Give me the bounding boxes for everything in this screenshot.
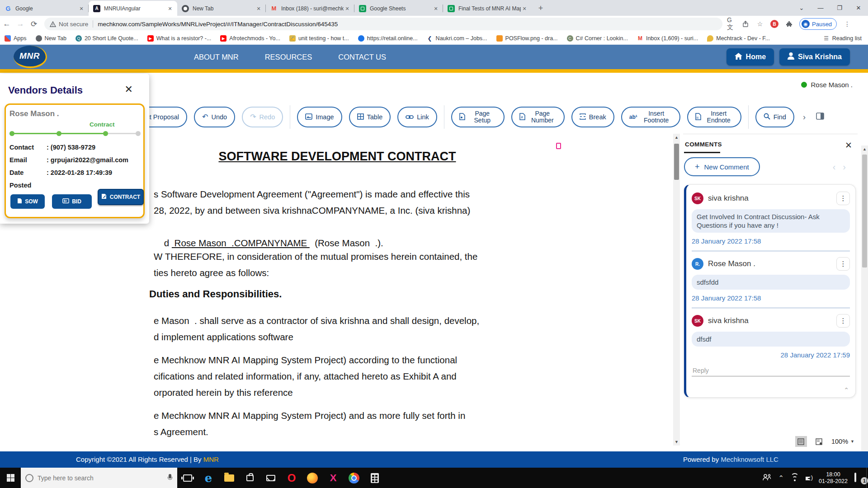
tab-gmail-inbox[interactable]: M Inbox (188) - suri@mechknowsof ✕ xyxy=(266,1,354,16)
chrome-app-button[interactable] xyxy=(344,468,364,488)
bookmark-naukri[interactable]: ❮Naukri.com – Jobs... xyxy=(427,35,487,42)
file-explorer-button[interactable] xyxy=(219,468,240,488)
nav-contact-us[interactable]: CONTACT US xyxy=(338,53,386,61)
vendors-panel-close-icon[interactable]: ✕ xyxy=(125,84,133,95)
scrollbar-thumb[interactable] xyxy=(862,155,867,267)
user-button[interactable]: Siva Krishna xyxy=(779,48,850,66)
tab-close-icon[interactable]: ✕ xyxy=(255,5,262,12)
share-icon[interactable] xyxy=(741,20,750,28)
bookmark-inbox[interactable]: MInbox (1,609) - suri... xyxy=(637,35,698,42)
bookmark-life-quote[interactable]: Q20 Short Life Quote... xyxy=(75,35,138,42)
side-panel-toggle-icon[interactable] xyxy=(814,113,826,122)
window-scrollbar[interactable]: ▲ xyxy=(861,145,868,488)
start-button[interactable] xyxy=(0,468,21,488)
store-app-button[interactable] xyxy=(240,468,260,488)
microphone-icon[interactable] xyxy=(167,474,173,482)
task-view-button[interactable] xyxy=(177,468,198,488)
speaker-icon[interactable] xyxy=(806,475,812,481)
tab-close-icon[interactable]: ✕ xyxy=(166,5,174,12)
bookmark-resistor-video[interactable]: ▶What is a resistor? -... xyxy=(147,35,212,42)
bookmark-new-tab[interactable]: New Tab xyxy=(36,35,66,42)
footer-brand-link[interactable]: MNR xyxy=(203,455,219,463)
print-layout-icon[interactable] xyxy=(795,436,807,447)
nav-about-mnr[interactable]: ABOUT MNR xyxy=(194,53,239,61)
taskbar-search[interactable] xyxy=(21,468,177,488)
sow-button[interactable]: SOW xyxy=(10,194,45,209)
redo-button[interactable]: ↷ Redo xyxy=(242,107,283,127)
insert-endnote-button[interactable]: iii Insert Endnote xyxy=(687,107,741,127)
bid-button[interactable]: $= BID xyxy=(52,194,92,209)
comment-menu-icon[interactable]: ⋮ xyxy=(836,257,850,271)
insert-break-button[interactable]: Break xyxy=(571,107,614,127)
tab-close-icon[interactable]: ✕ xyxy=(432,5,439,12)
nav-resources[interactable]: RESOURCES xyxy=(265,53,312,61)
web-layout-icon[interactable] xyxy=(813,436,825,447)
comment-menu-icon[interactable]: ⋮ xyxy=(836,192,850,205)
tab-close-icon[interactable]: ✕ xyxy=(344,5,351,12)
scroll-up-icon[interactable]: ▲ xyxy=(861,147,868,151)
bookmark-mechtrack[interactable]: Mechtrack - Dev - F... xyxy=(707,35,770,42)
comments-pager[interactable]: ‹› xyxy=(833,162,853,172)
scroll-up-icon[interactable]: ▲ xyxy=(673,135,680,140)
home-button[interactable]: Home xyxy=(726,48,774,66)
browser-menu-icon[interactable]: ⋮ xyxy=(843,20,851,28)
calculator-app-button[interactable] xyxy=(364,468,385,488)
taskbar-clock[interactable]: 18:00 01-28-2022 xyxy=(819,471,848,485)
new-tab-button[interactable]: + xyxy=(534,2,547,14)
people-icon[interactable] xyxy=(762,474,771,482)
bookmark-star-icon[interactable]: ☆ xyxy=(756,20,764,28)
bookmark-posflow[interactable]: POSFlow.png - dra... xyxy=(496,35,558,42)
forward-button[interactable]: → xyxy=(14,19,27,28)
reply-input[interactable] xyxy=(692,365,850,376)
powered-brand-link[interactable]: Mechknowsoft LLC xyxy=(721,455,778,463)
action-center-button[interactable]: 1 xyxy=(854,474,865,483)
show-desktop-button[interactable] xyxy=(866,468,868,488)
zoom-level-dropdown[interactable]: 100% ▼ xyxy=(831,438,854,445)
comments-close-icon[interactable]: ✕ xyxy=(845,140,852,150)
collapse-chevron-icon[interactable]: ⌃ xyxy=(844,386,849,394)
document-scrollbar[interactable]: ▲ ▼ xyxy=(673,134,680,446)
bookmark-unit-testing[interactable]: ✍unit testing - how t... xyxy=(289,35,349,42)
back-button[interactable]: ← xyxy=(0,19,14,28)
opera-app-button[interactable]: O xyxy=(281,468,302,488)
insert-link-button[interactable]: Link xyxy=(397,107,437,127)
insert-footnote-button[interactable]: ab¹ Insert Footnote xyxy=(621,107,680,127)
extensions-puzzle-icon[interactable] xyxy=(785,20,793,28)
reading-list-button[interactable]: ☰Reading list xyxy=(823,32,862,45)
firefox-app-button[interactable] xyxy=(302,468,323,488)
adblock-extension-icon[interactable]: B xyxy=(770,20,778,28)
paused-extension-button[interactable]: ◉ Paused xyxy=(799,18,837,30)
wifi-icon[interactable] xyxy=(791,475,799,481)
tab-close-icon[interactable]: ✕ xyxy=(78,5,85,12)
bookmark-csharp-corner[interactable]: CC# Corner : Lookin... xyxy=(567,35,628,42)
bookmark-afrotechmods[interactable]: ▶Afrotechmods - Yo... xyxy=(220,35,280,42)
tab-google-sheets[interactable]: Google Sheets ✕ xyxy=(354,1,443,16)
insert-image-button[interactable]: Image xyxy=(297,107,342,127)
bookmark-apps[interactable]: Apps xyxy=(5,35,27,42)
x-app-button[interactable]: X xyxy=(323,468,344,488)
edge-app-button[interactable]: e xyxy=(198,468,219,488)
taskbar-search-input[interactable] xyxy=(38,474,163,482)
tab-new-tab[interactable]: New Tab ✕ xyxy=(177,1,266,16)
comment-menu-icon[interactable]: ⋮ xyxy=(836,314,850,328)
tray-expand-chevron-icon[interactable]: ⌃ xyxy=(778,474,784,482)
mail-app-button[interactable] xyxy=(260,468,281,488)
window-minimize-button[interactable]: — xyxy=(811,5,830,11)
new-comment-button[interactable]: + New Comment xyxy=(684,157,760,176)
scrollbar-thumb[interactable] xyxy=(674,144,679,180)
translate-icon[interactable]: G文 xyxy=(727,20,735,28)
tab-mnruiangular[interactable]: A MNRUIAngular ✕ xyxy=(89,1,177,16)
tab-final-tests[interactable]: Final Tests of MNR AI Mapping S ✕ xyxy=(443,1,532,16)
window-close-button[interactable]: ✕ xyxy=(849,5,868,11)
scroll-down-icon[interactable]: ▼ xyxy=(673,440,680,444)
find-button[interactable]: Find xyxy=(755,107,794,127)
insert-table-button[interactable]: Table xyxy=(349,107,391,127)
mnr-logo[interactable]: MNR xyxy=(14,46,47,68)
page-number-button[interactable]: # Page Number xyxy=(511,107,565,127)
tab-google[interactable]: G Google ✕ xyxy=(0,1,89,16)
window-maximize-button[interactable]: ❐ xyxy=(830,5,849,11)
url-omnibox[interactable]: Not secure mechknow.com/SampleWorks/MNRL… xyxy=(44,18,722,30)
bookmark-retail-online[interactable]: https://retail.online... xyxy=(358,35,418,42)
page-setup-button[interactable]: Page Setup xyxy=(451,107,505,127)
reload-button[interactable]: ⟳ xyxy=(27,19,41,29)
